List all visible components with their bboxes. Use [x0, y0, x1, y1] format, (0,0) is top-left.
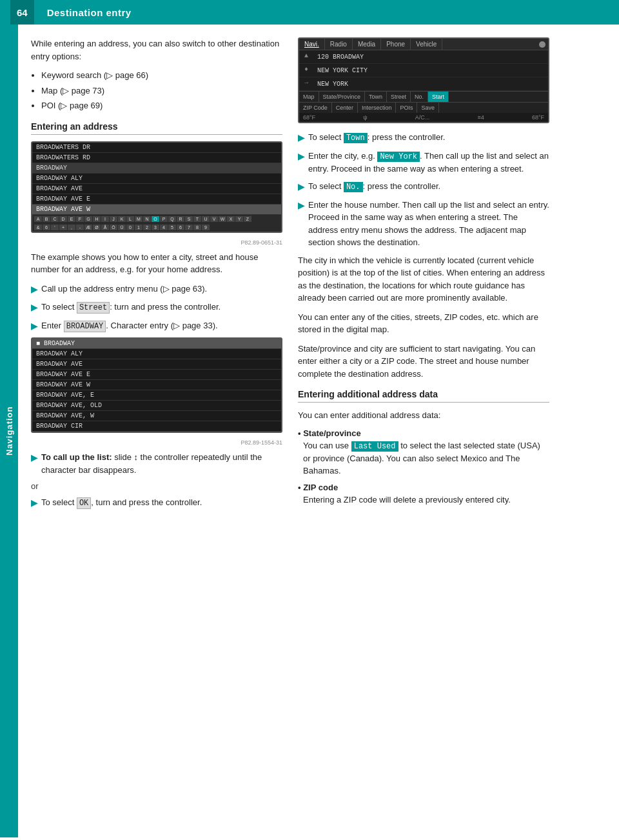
nav-tab-media: Media [353, 39, 381, 50]
screen-row: BROADWATERS RD [32, 153, 281, 163]
section-heading-additional-data: Entering additional address data [298, 389, 549, 403]
last-used-highlight: Last Used [351, 441, 398, 452]
screen-row: BROADWAY AVE [32, 184, 281, 194]
nav-body-row: → NEW YORK [299, 77, 548, 91]
start-btn: Start [428, 92, 449, 102]
bullet-state-province: • State/province You can use Last Used t… [298, 428, 549, 477]
broadway-highlight: BROADWAY [64, 321, 106, 332]
instruction-text: To select No.: press the controller. [308, 180, 549, 193]
instruction-text: To select Street: turn and press the con… [41, 301, 282, 314]
content-area: While entering an address, you can also … [18, 25, 619, 837]
arrow-icon: ▶ [298, 132, 304, 145]
list-item: Keyword search (▷ page 66) [41, 69, 282, 82]
right-instruction-4: ▶ Enter the house number. Then call up t… [298, 199, 549, 249]
nav-tab-vehicle: Vehicle [411, 39, 442, 50]
nav-bottom-bar-1: Map State/Province Town Street No. Start [299, 91, 548, 102]
arrow-icon: ▶ [31, 497, 37, 510]
bullet-title: • State/province [298, 428, 361, 438]
screen-rows-2: ■ BROADWAY BROADWAY ALY BROADWAY AVE BRO… [32, 339, 281, 432]
instruction-text: Enter BROADWAY. Character entry (▷ page … [41, 319, 282, 332]
instruction-1: ▶ Call up the address entry menu (▷ page… [31, 283, 282, 296]
nav-body-row: ▲ 120 BROADWAY [299, 50, 548, 64]
list-item: Map (▷ page 73) [41, 85, 282, 97]
new-york-highlight: New York [377, 152, 420, 162]
or-text: or [31, 481, 282, 491]
intersection-btn: Intersection [358, 103, 397, 113]
instruction-text: To call up the list: slide ↕ the control… [41, 451, 282, 476]
no-btn: No. [411, 92, 428, 102]
arrow-icon: ▶ [298, 150, 304, 163]
left-column: While entering an address, you can also … [31, 37, 282, 825]
screen1-watermark: P82.89-0651-31 [31, 239, 282, 246]
screen-row: BROADWAY AVE W [32, 380, 281, 390]
nav-body-row: ♦ NEW YORK CITY [299, 64, 548, 77]
navigation-screen: Navi. Radio Media Phone Vehicle ▲ 120 BR… [298, 37, 549, 123]
ok-instruction: ▶ To select OK, turn and press the contr… [31, 496, 282, 510]
center-btn: Center [332, 103, 358, 113]
nav-body: ▲ 120 BROADWAY ♦ NEW YORK CITY → NEW YOR… [299, 50, 548, 91]
screen-row: BROADWAY AVE [32, 359, 281, 370]
route-icon: ▲ [304, 52, 313, 61]
nav-status-bar: 68°F ψ A/C... ≡4 68°F [299, 113, 548, 122]
sidebar-navigation-tab: Navigation [0, 25, 18, 837]
arrow-icon: ▶ [298, 199, 304, 212]
screen-rows: BROADWATERS DR BROADWATERS RD BROADWAY B… [32, 143, 281, 232]
town-btn: Town [365, 92, 387, 102]
screen-row: BROADWATERS DR [32, 143, 281, 153]
bullet-title: • ZIP code [298, 483, 338, 492]
number-row: & 6 ' + , - Æ Ø Å Ö Ü 0 1 2 3 [32, 223, 281, 232]
instruction-2: ▶ To select Street: turn and press the c… [31, 301, 282, 314]
instruction-text: Enter the house number. Then call up the… [308, 199, 549, 249]
screen-row-selected: BROADWAY AVE W [32, 205, 281, 215]
nav-dot-icon [539, 41, 545, 48]
nav-bottom-bar-2: ZIP Code Center Intersection POIs Save [299, 102, 548, 113]
page-number: 64 [10, 0, 34, 25]
address-screen-2: ■ BROADWAY BROADWAY ALY BROADWAY AVE BRO… [31, 337, 282, 433]
screen-row: BROADWAY CIR [32, 421, 281, 432]
screen-row: BROADWAY [32, 163, 281, 174]
bullet-list: Keyword search (▷ page 66) Map (▷ page 7… [31, 69, 282, 112]
street-highlight: Street [77, 302, 110, 314]
list-item: POI (▷ page 69) [41, 99, 282, 112]
arrow-icon: ▶ [31, 452, 37, 465]
page-title: Destination entry [47, 7, 132, 18]
nav-tab-phone: Phone [381, 39, 411, 50]
screen-row: BROADWAY AVE, W [32, 411, 281, 421]
screen-row: BROADWAY AVE, E [32, 390, 281, 401]
nav-tab-radio: Radio [325, 39, 353, 50]
instruction-text: Call up the address entry menu (▷ page 6… [41, 283, 282, 295]
ok-highlight: OK [77, 497, 91, 509]
section2-intro: You can enter additional address data: [298, 409, 549, 422]
section-heading-entering-address: Entering an address [31, 121, 282, 135]
screen-row: BROADWAY ALY [32, 349, 281, 359]
instruction-text: To select OK, turn and press the control… [41, 496, 282, 509]
para2: You can enter any of the cities, streets… [298, 311, 549, 336]
city-icon: ♦ [304, 66, 313, 75]
screen-row: BROADWAY AVE E [32, 370, 281, 380]
state-province-btn: State/Province [319, 92, 366, 102]
example-text: The example shows you how to enter a cit… [31, 251, 282, 276]
bullet-description: You can use Last Used to select the last… [303, 439, 549, 477]
instruction-3: ▶ Enter BROADWAY. Character entry (▷ pag… [31, 319, 282, 333]
arrow-icon: ▶ [298, 181, 304, 194]
save-btn: Save [417, 103, 439, 113]
main-content: Navigation While entering an address, yo… [0, 25, 619, 837]
no-highlight: No. [344, 182, 363, 192]
list-instruction: ▶ To call up the list: slide ↕ the contr… [31, 451, 282, 476]
screen-row: BROADWAY AVE E [32, 194, 281, 205]
screen-row: BROADWAY ALY [32, 174, 281, 184]
screen-row: BROADWAY AVE, OLD [32, 401, 281, 411]
town-highlight: Town [344, 133, 368, 143]
map-btn: Map [299, 92, 319, 102]
header-bar: 64 Destination entry [0, 0, 619, 25]
pois-btn: POIs [396, 103, 417, 113]
address-screen-1: BROADWATERS DR BROADWATERS RD BROADWAY B… [31, 141, 282, 233]
instruction-text: Enter the city, e.g. New York. Then call… [308, 150, 549, 175]
state-icon: → [304, 79, 313, 88]
keyboard-row: A B C D E F G H I J K L M N O [32, 215, 281, 223]
right-instruction-1: ▶ To select Town: press the controller. [298, 131, 549, 145]
arrow-icon: ▶ [31, 320, 37, 333]
nav-tabs-bar: Navi. Radio Media Phone Vehicle [299, 39, 548, 50]
right-column: Navi. Radio Media Phone Vehicle ▲ 120 BR… [298, 37, 549, 825]
zip-code-btn: ZIP Code [299, 103, 332, 113]
